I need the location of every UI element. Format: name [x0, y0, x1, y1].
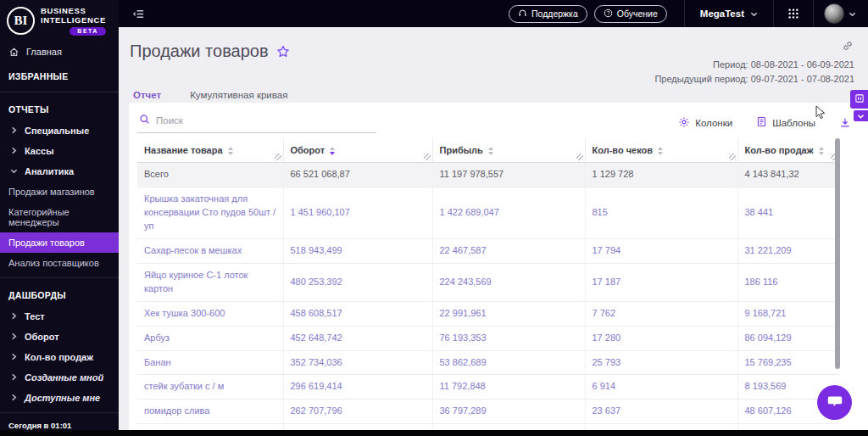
sidebar-item-label: Доступные мне — [25, 393, 100, 403]
table-row: помидор слива262 707,79636 797,28923 637… — [137, 400, 839, 424]
sidebar-item-label: Главная — [26, 47, 62, 57]
logo-monogram: BI — [7, 7, 35, 35]
star-icon[interactable] — [276, 45, 290, 59]
column-resize-handle[interactable] — [275, 154, 281, 160]
topbar: Поддержка Обучение MegaTest — [119, 0, 868, 27]
filters-panel-button[interactable] — [850, 90, 868, 109]
profit-cell: 224 243,569 — [432, 263, 585, 301]
column-label: Название товара — [144, 145, 223, 155]
sales-count-cell: 86 094,129 — [737, 326, 839, 350]
account-menu[interactable]: MegaTest — [695, 8, 763, 19]
user-menu[interactable] — [824, 3, 856, 24]
sales-count-cell: 15 769,235 — [737, 350, 839, 375]
templates-button[interactable]: Шаблоны — [756, 116, 815, 129]
product-name-cell[interactable]: Банан — [137, 350, 283, 375]
vertical-scrollbar[interactable] — [835, 138, 840, 369]
search-input[interactable] — [156, 115, 375, 126]
gear-icon — [678, 116, 690, 130]
table-row: Молоко пастеризованное 2,5% Заречье п / … — [137, 424, 839, 430]
turnover-cell: 458 608,517 — [283, 301, 432, 326]
link-icon[interactable] — [842, 40, 854, 52]
question-circle-icon — [604, 8, 613, 20]
sidebar-item-test[interactable]: Тест — [0, 306, 119, 327]
turnover-cell: 518 943,499 — [283, 238, 432, 263]
product-name-cell[interactable]: помидор слива — [137, 400, 283, 424]
chat-icon — [826, 393, 843, 413]
sidebar-item-sales-count[interactable]: Кол-во продаж — [0, 347, 119, 367]
profit-cell: 22 991,961 — [432, 301, 585, 326]
sidebar-nav: Главная ИЗБРАННЫЕ ОТЧЕТЫ Специальные Кас… — [0, 41, 119, 417]
training-label: Обучение — [617, 8, 658, 19]
menu-fold-icon[interactable] — [132, 8, 145, 20]
divider — [0, 412, 119, 413]
profit-cell: 76 193,353 — [432, 326, 585, 350]
sidebar-item-supplier-analysis[interactable]: Анализ поставщиков — [0, 253, 119, 273]
product-name-cell[interactable]: Сахар-песок в мешках — [137, 238, 283, 263]
sidebar-item-created-by-me[interactable]: Созданные мной — [0, 367, 119, 388]
divider — [684, 0, 685, 27]
account-name: MegaTest — [700, 8, 744, 19]
table-row: стейк зубатки с / м296 619,41411 792,848… — [137, 375, 839, 400]
sidebar-item-label: Кол-во продаж — [25, 352, 93, 362]
column-resize-handle[interactable] — [424, 154, 431, 160]
apps-grid-icon[interactable] — [784, 8, 803, 20]
product-name-cell[interactable]: Крышка закаточная для консервации Сто пу… — [137, 187, 283, 239]
sidebar-item-kassy[interactable]: Кассы — [0, 141, 119, 161]
brand-name-line2: INTELLIGENCE — [41, 16, 106, 25]
chevron-down-icon — [849, 10, 856, 18]
collapse-panel-button[interactable] — [854, 110, 868, 121]
training-button[interactable]: Обучение — [594, 5, 667, 23]
column-resize-handle[interactable] — [576, 154, 583, 160]
product-name-cell[interactable]: Арбуз — [137, 326, 283, 350]
column-header-receipts-count[interactable]: Кол-во чеков — [585, 138, 737, 163]
turnover-cell: 480 253,392 — [283, 263, 432, 301]
receipts-cell: 25 793 — [585, 350, 737, 375]
chat-button[interactable] — [817, 385, 852, 420]
profit-cell: 11 792,848 — [432, 375, 585, 400]
sidebar-item-turnover[interactable]: Оборот — [0, 327, 119, 347]
sidebar-item-analytics[interactable]: Аналитика — [0, 161, 119, 182]
table-row: Хек тушка 300-600458 608,51722 991,9617 … — [137, 301, 839, 326]
sidebar-item-label: Тест — [25, 311, 45, 321]
column-header-profit[interactable]: Прибыль — [432, 138, 585, 163]
last-update-info: Сегодня в 01:01 Последнее обновление дан… — [0, 417, 119, 430]
profit-cell: 13 584,114 — [432, 424, 585, 430]
column-header-turnover[interactable]: Оборот — [283, 138, 432, 163]
product-name-cell[interactable]: Молоко пастеризованное 2,5% Заречье п / … — [137, 424, 283, 430]
sidebar-item-category-managers[interactable]: Категорийные менеджеры — [0, 202, 119, 232]
sales-count-cell: 31 221,209 — [737, 238, 839, 263]
period-line: Период: 08-08-2021 - 06-09-2021 — [654, 58, 854, 72]
profit-cell: 1 422 689,047 — [432, 187, 585, 239]
sidebar-item-label: Созданные мной — [25, 372, 103, 383]
column-header-sales-count[interactable]: Кол-во продаж — [737, 138, 839, 163]
turnover-cell: 352 734,036 — [283, 350, 432, 375]
headset-icon — [518, 8, 527, 20]
column-header-product-name[interactable]: Название товара — [137, 138, 283, 163]
main-content: Продажи товаров Период: 08-08-2021 - 06-… — [119, 27, 868, 430]
sidebar-section-favorites: ИЗБРАННЫЕ — [0, 64, 119, 87]
product-name-cell[interactable]: Хек тушка 300-600 — [137, 301, 283, 326]
download-icon[interactable] — [839, 117, 851, 129]
receipts-cell: 815 — [585, 187, 737, 239]
sidebar-item-store-sales[interactable]: Продажи магазинов — [0, 182, 119, 202]
turnover-cell: 1 451 960,107 — [283, 187, 432, 239]
divider — [0, 92, 119, 92]
column-label: Кол-во чеков — [593, 145, 654, 155]
sales-count-cell: 16 222 — [737, 424, 839, 430]
sidebar-item-product-sales[interactable]: Продажи товаров — [0, 232, 119, 253]
receipts-cell: 17 280 — [585, 326, 737, 350]
support-button[interactable]: Поддержка — [509, 5, 587, 23]
total-sales-cell: 4 143 841,32 — [737, 163, 839, 187]
sidebar-item-available-to-me[interactable]: Доступные мне — [0, 388, 119, 408]
column-resize-handle[interactable] — [729, 154, 736, 160]
product-name-cell[interactable]: стейк зубатки с / м — [137, 375, 283, 400]
sales-count-cell: 186 116 — [737, 263, 839, 301]
sidebar-item-home[interactable]: Главная — [0, 41, 119, 64]
columns-button[interactable]: Колонки — [678, 116, 732, 130]
template-icon — [756, 116, 767, 129]
receipts-cell: 6 914 — [585, 375, 737, 400]
sidebar-item-special[interactable]: Специальные — [0, 120, 119, 141]
app-logo: BI BUSINESS INTELLIGENCE BETA — [0, 0, 119, 41]
table-header-row: Название товара Оборот Прибыль Кол-во че… — [137, 138, 839, 163]
product-name-cell[interactable]: Яйцо куриное С-1 лоток картон — [137, 263, 283, 301]
